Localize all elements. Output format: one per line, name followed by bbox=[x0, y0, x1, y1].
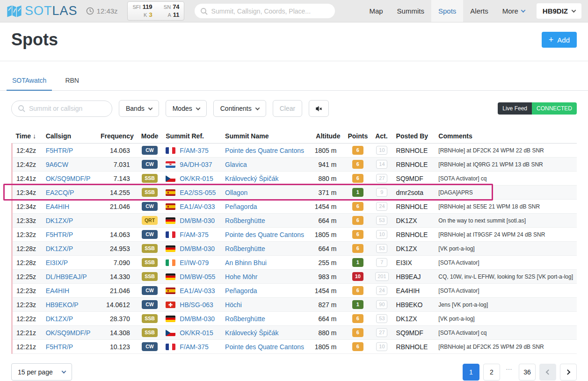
summit-ref-link[interactable]: HB/SG-063 bbox=[180, 301, 213, 309]
table-row[interactable]: 12:42z F5HTR/P 14.063 CW F/AM-375 Pointe… bbox=[12, 144, 577, 158]
summit-name-link[interactable]: Roßberghütte bbox=[225, 217, 265, 224]
table-row[interactable]: 12:34z EA2CQ/P 14.255 SSB EA2/SS-055 Oll… bbox=[12, 186, 577, 200]
summit-name-link[interactable]: Glavica bbox=[225, 161, 247, 168]
summit-name-link[interactable]: Královecký Špičák bbox=[225, 175, 278, 182]
summit-name-link[interactable]: Královecký Špičák bbox=[225, 329, 278, 337]
previous-page-button[interactable] bbox=[539, 364, 556, 381]
table-row[interactable]: 12:33z DK1ZX/P QRT DM/BM-030 Roßberghütt… bbox=[12, 214, 577, 228]
activations-count-badge: 27 bbox=[376, 328, 387, 337]
table-row[interactable]: 12:34z EA4HIH 21.046 CW EA1/AV-033 Peñag… bbox=[12, 200, 577, 214]
sotlas-logo[interactable]: SOTLAS bbox=[7, 0, 78, 22]
posted-by: DK1ZX bbox=[392, 214, 435, 228]
nav-item-more[interactable]: More bbox=[495, 0, 532, 22]
continents-dropdown[interactable]: Continents bbox=[213, 100, 266, 117]
page-button-2[interactable]: 2 bbox=[483, 364, 500, 381]
callsign-link[interactable]: DL/HB9EAJ/P bbox=[46, 273, 87, 280]
spot-comments: [VK port-a-log] bbox=[435, 312, 577, 326]
summit-name-link[interactable]: Hohe Möhr bbox=[225, 273, 257, 280]
summit-ref-link[interactable]: EA2/SS-055 bbox=[180, 189, 216, 196]
global-search[interactable] bbox=[195, 4, 335, 18]
table-row[interactable]: 12:42z 9A6CW 7.031 CW 9A/DH-037 Glavica … bbox=[12, 158, 577, 172]
spot-filter-search[interactable] bbox=[11, 101, 112, 117]
page-button-36[interactable]: 36 bbox=[519, 364, 536, 381]
page-button-1[interactable]: 1 bbox=[463, 364, 479, 381]
callsign-link[interactable]: EI3IX/P bbox=[46, 259, 68, 266]
callsign-link[interactable]: DK1ZX/P bbox=[46, 245, 73, 252]
summit-ref-link[interactable]: EA1/AV-033 bbox=[180, 203, 215, 210]
callsign-link[interactable]: EA2CQ/P bbox=[46, 189, 74, 196]
activations-count-badge: 24 bbox=[376, 202, 387, 211]
callsign-link[interactable]: DK1ZX/P bbox=[46, 315, 73, 323]
callsign-link[interactable]: OK/SQ9MDF/P bbox=[46, 329, 91, 337]
summit-name-link[interactable]: An Bhinn Bhui bbox=[225, 259, 267, 266]
bands-dropdown[interactable]: Bands bbox=[119, 100, 159, 117]
summit-ref-link[interactable]: OK/KR-015 bbox=[180, 329, 213, 337]
solar-data-widget[interactable]: SFI119 SN74 K3 A11 bbox=[127, 1, 184, 21]
spot-frequency: 14.308 bbox=[97, 326, 138, 340]
summit-ref-link[interactable]: F/AM-375 bbox=[180, 147, 208, 154]
mute-toggle-button[interactable] bbox=[309, 100, 329, 117]
summit-name-link[interactable]: Pointe des Quatre Cantons bbox=[225, 231, 304, 238]
callsign-link[interactable]: HB9EKO/P bbox=[46, 301, 79, 309]
table-row[interactable]: 12:41z OK/SQ9MDF/P 7.143 SSB OK/KR-015 K… bbox=[12, 172, 577, 186]
summit-name-link[interactable]: Roßberghütte bbox=[225, 315, 265, 323]
summit-name-link[interactable]: Ollagon bbox=[225, 189, 247, 196]
next-page-button[interactable] bbox=[560, 364, 577, 381]
clear-filters-button[interactable]: Clear bbox=[273, 100, 302, 117]
table-row[interactable]: 12:23z HB9EKO/P 14.0612 CW HB/SG-063 Höc… bbox=[12, 298, 577, 312]
callsign-link[interactable]: OK/SQ9MDF/P bbox=[46, 175, 91, 182]
page-header: Spots + Add bbox=[0, 22, 588, 61]
callsign-link[interactable]: F5HTR/P bbox=[46, 343, 73, 351]
summit-name-link[interactable]: Peñagorda bbox=[225, 287, 257, 295]
global-search-input[interactable] bbox=[211, 7, 329, 15]
table-row[interactable]: 12:21z F5HTR/P 10.123 CW F/AM-375 Pointe… bbox=[12, 340, 577, 354]
summit-ref-link[interactable]: OK/KR-015 bbox=[180, 175, 213, 182]
tab-sotawatch[interactable]: SOTAwatch bbox=[11, 77, 47, 90]
modes-dropdown[interactable]: Modes bbox=[166, 100, 207, 117]
callsign-link[interactable]: EA4HIH bbox=[46, 203, 70, 210]
spot-frequency: 24.953 bbox=[97, 242, 138, 256]
callsign-link[interactable]: F5HTR/P bbox=[46, 231, 73, 238]
spot-time: 12:21z bbox=[12, 340, 42, 354]
summit-ref-link[interactable]: F/AM-375 bbox=[180, 343, 208, 351]
summit-ref-link[interactable]: EI/IW-079 bbox=[180, 259, 209, 266]
summit-ref-link[interactable]: DM/BM-030 bbox=[180, 245, 215, 252]
user-menu-button[interactable]: HB9DIZ bbox=[537, 3, 581, 19]
summit-name-link[interactable]: Peñagorda bbox=[225, 203, 257, 210]
points-badge: 1 bbox=[352, 188, 363, 197]
table-row[interactable]: 12:28z DK1ZX/P 24.953 SSB DM/BM-030 Roßb… bbox=[12, 242, 577, 256]
table-row[interactable]: 12:28z EI3IX/P 7.090 SSB EI/IW-079 An Bh… bbox=[12, 256, 577, 270]
table-row[interactable]: 12:22z DK1ZX/P 28.370 SSB DM/BM-030 Roßb… bbox=[12, 312, 577, 326]
summit-ref-link[interactable]: DM/BM-030 bbox=[180, 217, 215, 224]
nav-item-alerts[interactable]: Alerts bbox=[463, 0, 495, 22]
summit-name-link[interactable]: Höchi bbox=[225, 301, 242, 309]
table-row[interactable]: 12:25z DL/HB9EAJ/P 14.330 SSB DM/BW-055 … bbox=[12, 270, 577, 284]
summit-ref-link[interactable]: DM/BM-030 bbox=[180, 315, 215, 323]
callsign-link[interactable]: EA4HIH bbox=[46, 287, 70, 295]
summit-name-link[interactable]: Pointe des Quatre Cantons bbox=[225, 343, 304, 351]
activations-count-badge: 9 bbox=[376, 188, 387, 197]
table-row[interactable]: 12:32z F5HTR/P 14.063 CW F/AM-375 Pointe… bbox=[12, 228, 577, 242]
table-row[interactable]: 12:21z OK/SQ9MDF/P 14.308 SSB OK/KR-015 … bbox=[12, 326, 577, 340]
callsign-link[interactable]: 9A6CW bbox=[46, 161, 68, 168]
points-badge: 6 bbox=[352, 230, 363, 239]
callsign-link[interactable]: DK1ZX/P bbox=[46, 217, 73, 224]
tab-rbn[interactable]: RBN bbox=[64, 77, 80, 90]
callsign-link[interactable]: F5HTR/P bbox=[46, 147, 73, 154]
summit-name-link[interactable]: Pointe des Quatre Cantons bbox=[225, 147, 304, 154]
flag-fr-icon bbox=[166, 231, 175, 238]
nav-item-map[interactable]: Map bbox=[362, 0, 390, 22]
table-row[interactable]: 12:23z EA4HIH 21.046 CW EA1/AV-033 Peñag… bbox=[12, 284, 577, 298]
summit-name-link[interactable]: Roßberghütte bbox=[225, 245, 265, 252]
nav-item-summits[interactable]: Summits bbox=[390, 0, 431, 22]
spot-filter-input[interactable] bbox=[29, 105, 106, 112]
summit-ref-link[interactable]: DM/BW-055 bbox=[180, 273, 215, 280]
summit-ref-link[interactable]: 9A/DH-037 bbox=[180, 161, 212, 168]
per-page-select[interactable]: 15 per page bbox=[11, 363, 72, 381]
summit-ref-link[interactable]: F/AM-375 bbox=[180, 231, 208, 238]
speaker-muted-icon bbox=[315, 105, 323, 113]
summit-ref-link[interactable]: EA1/AV-033 bbox=[180, 287, 215, 295]
add-spot-button[interactable]: + Add bbox=[542, 32, 577, 48]
nav-item-spots[interactable]: Spots bbox=[431, 0, 463, 22]
column-header-time[interactable]: Time↓ bbox=[12, 129, 42, 144]
